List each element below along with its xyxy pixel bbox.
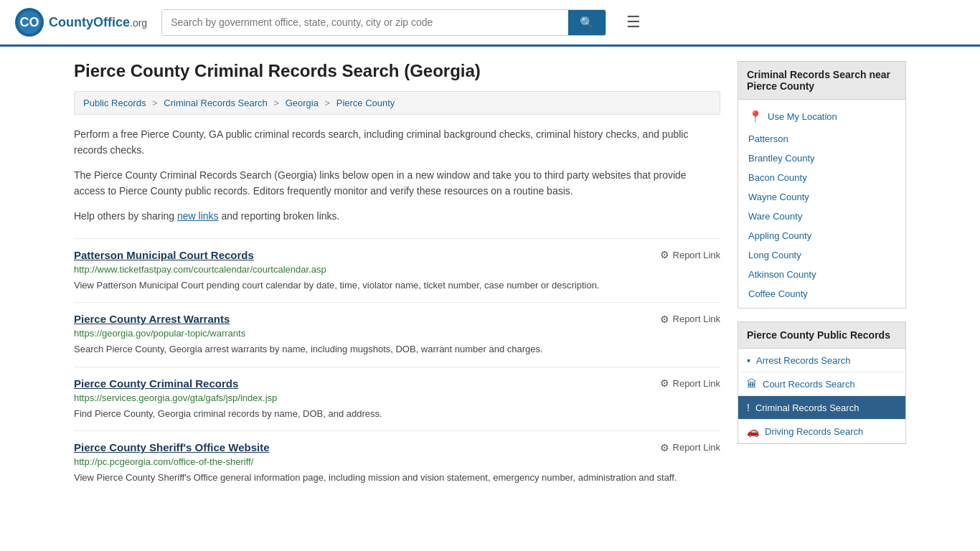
records-item-1[interactable]: 🏛 Court Records Search [738, 372, 905, 396]
breadcrumb-sep3: > [325, 98, 333, 108]
report-icon-3: ⚙ [660, 442, 669, 453]
use-location-link[interactable]: Use My Location [768, 111, 837, 122]
result-item: Pierce County Criminal Records ⚙ Report … [74, 367, 720, 431]
nearby-header-text: Criminal Records Search near Pierce Coun… [747, 69, 890, 92]
search-button[interactable]: 🔍 [568, 10, 606, 35]
record-icon-1: 🏛 [747, 378, 757, 390]
intro-paragraph-1: Perform a free Pierce County, GA public … [74, 126, 720, 159]
breadcrumb-public-records[interactable]: Public Records [83, 98, 146, 108]
report-link-3[interactable]: ⚙ Report Link [660, 442, 720, 453]
share-pre: Help others by sharing [74, 210, 177, 222]
site-header: CO CountyOffice.org 🔍 ☰ [0, 0, 980, 47]
nearby-county-link-5[interactable]: Appling County [748, 230, 811, 241]
nearby-county-link-0[interactable]: Patterson [748, 133, 788, 144]
record-icon-2: ! [747, 402, 750, 413]
nearby-county-link-3[interactable]: Wayne County [748, 192, 809, 202]
record-label-1: Court Records Search [763, 379, 855, 390]
nearby-county-2[interactable]: Bacon County [738, 168, 905, 187]
search-input[interactable] [162, 10, 568, 35]
records-list: ▪ Arrest Records Search 🏛 Court Records … [738, 348, 906, 444]
main-container: Pierce County Criminal Records Search (G… [60, 47, 920, 509]
page-title: Pierce County Criminal Records Search (G… [74, 61, 720, 81]
new-links-link[interactable]: new links [177, 210, 219, 222]
record-label-2: Criminal Records Search [755, 402, 859, 413]
records-item-2[interactable]: ! Criminal Records Search [738, 396, 905, 420]
results-list: Patterson Municipal Court Records ⚙ Repo… [74, 238, 720, 495]
breadcrumb: Public Records > Criminal Records Search… [74, 91, 720, 115]
use-location-item[interactable]: 📍 Use My Location [738, 104, 905, 129]
result-desc-3: View Pierce County Sheriff's Office gene… [74, 471, 720, 485]
report-label-0: Report Link [673, 250, 720, 260]
nearby-county-4[interactable]: Ware County [738, 207, 905, 226]
nearby-county-link-2[interactable]: Bacon County [748, 172, 807, 183]
result-item: Pierce County Arrest Warrants ⚙ Report L… [74, 302, 720, 367]
record-icon-0: ▪ [747, 354, 750, 366]
result-title-3[interactable]: Pierce County Sheriff's Office Website [74, 441, 270, 453]
nearby-county-link-7[interactable]: Atkinson County [748, 269, 816, 280]
records-item-3[interactable]: 🚗 Driving Records Search [738, 420, 905, 443]
nearby-counties-list: PattersonBrantley CountyBacon CountyWayn… [738, 129, 905, 303]
report-link-1[interactable]: ⚙ Report Link [660, 314, 720, 325]
result-title-1[interactable]: Pierce County Arrest Warrants [74, 313, 230, 325]
result-desc-0: View Patterson Municipal Court pending c… [74, 278, 720, 293]
breadcrumb-sep2: > [273, 98, 281, 108]
result-url-1[interactable]: https://georgia.gov/popular-topic/warran… [74, 328, 720, 339]
result-desc-1: Search Pierce County, Georgia arrest war… [74, 342, 720, 357]
share-post: and reporting broken links. [219, 210, 340, 222]
nearby-county-1[interactable]: Brantley County [738, 149, 905, 168]
result-url-0[interactable]: http://www.ticketfastpay.com/courtcalend… [74, 264, 720, 275]
nearby-county-7[interactable]: Atkinson County [738, 265, 905, 284]
report-link-0[interactable]: ⚙ Report Link [660, 249, 720, 260]
record-label-3: Driving Records Search [765, 426, 863, 437]
report-icon-0: ⚙ [660, 249, 669, 260]
sidebar: Criminal Records Search near Pierce Coun… [738, 61, 906, 495]
record-icon-3: 🚗 [747, 425, 759, 437]
nearby-county-link-6[interactable]: Long County [748, 250, 801, 260]
report-label-2: Report Link [673, 378, 720, 389]
breadcrumb-sep1: > [152, 98, 160, 108]
search-bar: 🔍 [161, 9, 606, 36]
result-desc-2: Find Pierce County, Georgia criminal rec… [74, 407, 720, 421]
nearby-county-3[interactable]: Wayne County [738, 187, 905, 207]
report-label-3: Report Link [673, 442, 720, 453]
nearby-county-link-8[interactable]: Coffee County [748, 288, 808, 299]
breadcrumb-pierce-county[interactable]: Pierce County [336, 98, 395, 108]
logo[interactable]: CO CountyOffice.org [14, 7, 147, 37]
logo-icon: CO [14, 7, 44, 37]
result-url-3[interactable]: http://pc.pcgeorgia.com/office-of-the-sh… [74, 456, 720, 467]
records-header-text: Pierce County Public Records [747, 329, 890, 341]
result-url-2[interactable]: https://services.georgia.gov/gta/gafs/js… [74, 392, 720, 403]
nearby-county-8[interactable]: Coffee County [738, 284, 905, 303]
records-section-header: Pierce County Public Records [738, 321, 906, 348]
location-pin-icon: 📍 [748, 110, 763, 123]
report-icon-2: ⚙ [660, 377, 669, 389]
report-icon-1: ⚙ [660, 314, 669, 325]
share-text: Help others by sharing new links and rep… [74, 208, 720, 224]
logo-text: CountyOffice.org [49, 15, 147, 30]
nearby-county-0[interactable]: Patterson [738, 129, 905, 149]
breadcrumb-georgia[interactable]: Georgia [286, 98, 319, 108]
nearby-section-header: Criminal Records Search near Pierce Coun… [738, 61, 906, 99]
svg-text:CO: CO [20, 15, 39, 29]
result-item: Patterson Municipal Court Records ⚙ Repo… [74, 238, 720, 303]
record-label-0: Arrest Records Search [756, 355, 851, 366]
nearby-section-content: 📍 Use My Location PattersonBrantley Coun… [738, 99, 906, 309]
intro-paragraph-2: The Pierce County Criminal Records Searc… [74, 167, 720, 199]
nearby-county-5[interactable]: Appling County [738, 226, 905, 245]
nearby-county-link-1[interactable]: Brantley County [748, 153, 815, 164]
nearby-county-link-4[interactable]: Ware County [748, 211, 802, 222]
report-label-1: Report Link [673, 314, 720, 324]
breadcrumb-criminal-records-search[interactable]: Criminal Records Search [164, 98, 268, 108]
nearby-county-6[interactable]: Long County [738, 245, 905, 265]
content-area: Pierce County Criminal Records Search (G… [74, 61, 720, 495]
result-title-0[interactable]: Patterson Municipal Court Records [74, 249, 254, 261]
records-item-0[interactable]: ▪ Arrest Records Search [738, 349, 905, 372]
result-title-2[interactable]: Pierce County Criminal Records [74, 377, 238, 390]
menu-button[interactable]: ☰ [621, 10, 646, 34]
report-link-2[interactable]: ⚙ Report Link [660, 377, 720, 389]
result-item: Pierce County Sheriff's Office Website ⚙… [74, 430, 720, 495]
